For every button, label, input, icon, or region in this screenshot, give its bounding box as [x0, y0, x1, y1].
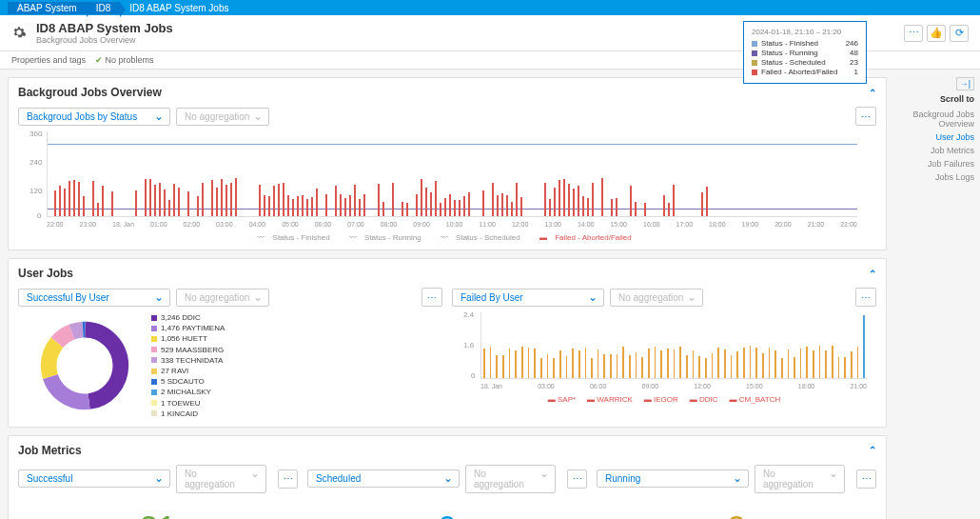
- no-problems-label: No problems: [106, 55, 154, 65]
- donut-chart[interactable]: [37, 318, 132, 413]
- svg-point-5: [49, 329, 121, 402]
- scroll-to-label: Scroll to: [900, 94, 974, 104]
- more-button[interactable]: ⋯: [567, 469, 587, 489]
- more-button[interactable]: ⋯: [904, 25, 923, 42]
- aggregation-select[interactable]: No aggregation: [176, 108, 269, 126]
- collapse-icon[interactable]: →|: [956, 77, 974, 90]
- chevron-up-icon[interactable]: ⌃: [869, 445, 876, 455]
- successful-select[interactable]: Successful By User: [18, 289, 170, 307]
- aggregation-select[interactable]: No aggregation: [176, 465, 266, 493]
- panel-background-jobs: Backgroud Jobs Overview ⌃ Backgroud Jobs…: [8, 77, 887, 250]
- page-title: ID8 ABAP System Jobs: [36, 21, 173, 35]
- chevron-up-icon[interactable]: ⌃: [869, 88, 876, 98]
- metric-select[interactable]: Scheduled: [307, 469, 460, 488]
- nav-link[interactable]: Job Failures: [900, 159, 974, 169]
- metric-value: 2: [597, 499, 876, 519]
- more-button[interactable]: ⋯: [421, 288, 442, 307]
- donut-legend: 3,246 DDIC1,476 PAYTIMENA1,056 HUETT529 …: [151, 312, 225, 419]
- chart-legend: 〰 Status - Finished 〰 Status - Running 〰…: [18, 233, 876, 242]
- status-select[interactable]: Backgroud Jobs by Status: [18, 108, 170, 126]
- more-button[interactable]: ⋯: [278, 469, 298, 489]
- more-button[interactable]: ⋯: [856, 469, 876, 489]
- metric-value: 31: [18, 499, 298, 519]
- refresh-button[interactable]: ⟳: [950, 25, 969, 42]
- aggregation-select[interactable]: No aggregation: [610, 289, 703, 307]
- nav-link[interactable]: User Jobs: [900, 132, 974, 142]
- aggregation-select[interactable]: No aggregation: [176, 289, 269, 307]
- gear-icon: [11, 25, 29, 42]
- panel-title: User Jobs: [18, 267, 73, 280]
- nav-link[interactable]: Job Metrics: [900, 146, 974, 155]
- breadcrumb-item[interactable]: ABAP System: [8, 2, 87, 14]
- nav-link[interactable]: Backgroud Jobs Overview: [900, 110, 974, 129]
- more-button[interactable]: ⋯: [855, 288, 876, 307]
- failed-select[interactable]: Failed By User: [452, 289, 604, 307]
- nav-link[interactable]: Jobs Logs: [900, 172, 974, 182]
- right-nav: →| Scroll to Backgroud Jobs Overview Use…: [894, 70, 980, 519]
- chart-failed-by-user[interactable]: [480, 312, 867, 379]
- panel-title: Job Metrics: [18, 444, 82, 457]
- chart-legend: ▬ SAP*▬ WARRICK▬ IEGOR▬ DDIC▬ CM_BATCH: [452, 395, 876, 404]
- aggregation-select[interactable]: No aggregation: [465, 465, 556, 493]
- like-button[interactable]: 👍: [927, 25, 946, 42]
- panel-user-jobs: User Jobs ⌃ Successful By User No aggreg…: [8, 258, 887, 428]
- page-subtitle: Backgroud Jobs Overview: [36, 35, 173, 45]
- chart-background-jobs[interactable]: [47, 131, 857, 217]
- aggregation-select[interactable]: No aggregation: [755, 465, 845, 493]
- more-button[interactable]: ⋯: [855, 107, 876, 126]
- panel-job-metrics: Job Metrics ⌃ SuccessfulNo aggregation⋯3…: [8, 435, 887, 519]
- properties-label[interactable]: Properties and tags: [11, 55, 86, 65]
- metric-value: 0: [307, 499, 587, 519]
- check-icon: ✔: [95, 55, 103, 65]
- breadcrumb: ABAP System ID8 ID8 ABAP System Jobs: [0, 0, 980, 15]
- metric-select[interactable]: Successful: [18, 469, 170, 488]
- panel-title: Backgroud Jobs Overview: [18, 86, 162, 99]
- chevron-up-icon[interactable]: ⌃: [869, 269, 876, 279]
- chart-tooltip: 2024-01-18, 21:10 – 21:20 Status - Finis…: [743, 21, 867, 84]
- metric-select[interactable]: Running: [597, 469, 749, 488]
- breadcrumb-item[interactable]: ID8 ABAP System Jobs: [120, 2, 238, 14]
